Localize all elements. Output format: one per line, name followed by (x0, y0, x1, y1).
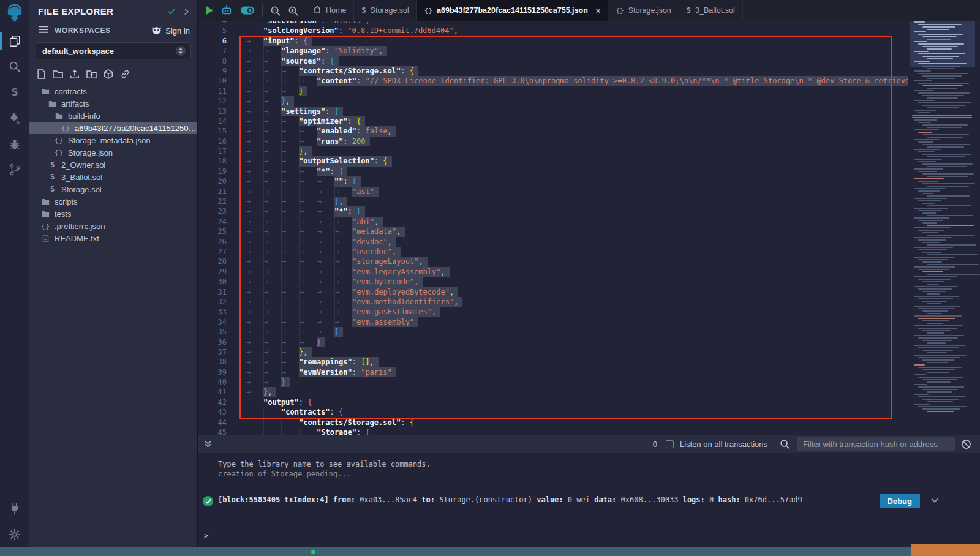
file-tree-item-storage-json[interactable]: {}Storage.json (29, 146, 197, 159)
file-tree-item-contracts[interactable]: contracts (29, 85, 197, 97)
editor-line-text: →→→"optimizer": { (232, 116, 908, 126)
tab-whitespace-marker: → (317, 297, 334, 307)
line-number: 41 (198, 387, 232, 397)
zoom-out-icon[interactable] (270, 6, 281, 16)
code-token: : (343, 177, 352, 186)
tab-whitespace-marker: → (263, 86, 281, 96)
line-number: 10 (198, 76, 232, 86)
editor-line: 40→→} (198, 377, 908, 387)
sidebar-item-git[interactable] (0, 157, 29, 182)
new-file-icon[interactable] (37, 69, 46, 79)
publish-gist-icon[interactable] (104, 69, 113, 79)
line-number: 23 (198, 206, 232, 216)
listen-all-transactions-label[interactable]: Listen on all transactions (680, 440, 767, 449)
workspace-select[interactable]: default_workspace (36, 42, 191, 59)
clear-console-icon[interactable] (961, 439, 971, 449)
editor-line-text: "output": { (232, 397, 908, 407)
file-tree-item-tests[interactable]: tests (29, 208, 197, 220)
close-tab-icon[interactable]: × (596, 6, 601, 15)
terminal-collapse-icon[interactable] (204, 440, 212, 448)
sidebar-item-search[interactable] (0, 54, 29, 80)
sign-in-button[interactable]: Sign in (151, 26, 190, 36)
collapse-panel-chevron-icon[interactable] (183, 8, 190, 15)
code-editor[interactable]: 4"solcVersion": "0.8.19",5"solcLongVersi… (198, 21, 980, 435)
editor-line: 34→→→→→→"evm.assembly" (198, 317, 908, 327)
tab-whitespace-marker: → (263, 126, 281, 136)
link-icon[interactable] (120, 69, 130, 79)
tab-whitespace-marker: → (263, 267, 281, 277)
selection-highlight: "evm.gasEstimates", (352, 307, 440, 317)
sidebar-item-solidity-compiler[interactable]: S (0, 80, 29, 105)
tab-whitespace-marker: → (281, 187, 299, 197)
tab-whitespace-marker: → (246, 347, 263, 357)
remix-logo-icon[interactable] (0, 0, 29, 28)
editor-line: 14→→→"optimizer": { (198, 116, 908, 126)
file-tree-item-a69b43f277ba20fcac141151250ca7-[interactable]: {}a69b43f277ba20fcac141151250ca7... (29, 122, 197, 134)
terminal-output[interactable]: Type the library name to see available c… (198, 453, 980, 547)
minimap-line (927, 381, 951, 383)
tab-home[interactable]: Home (306, 0, 354, 21)
editor-line: 22→→→→→], (198, 197, 908, 206)
sidebar-item-deploy-run[interactable] (0, 105, 29, 131)
transaction-filter-input[interactable] (797, 437, 955, 451)
tab-whitespace-marker: → (246, 76, 263, 86)
tab-whitespace-marker: → (263, 76, 281, 86)
listen-all-transactions-checkbox[interactable] (666, 440, 674, 448)
tab-whitespace-marker: → (299, 247, 317, 257)
upload-folder-icon[interactable] (86, 70, 97, 79)
file-name: scripts (55, 197, 78, 206)
zoom-in-icon[interactable] (288, 6, 298, 16)
selection-highlight: "storageLayout", (352, 257, 428, 266)
line-number: 9 (198, 66, 232, 76)
editor-line: 21→→→→→→"ast" (198, 187, 908, 197)
minimap-line (918, 347, 959, 348)
debug-button[interactable]: Debug (880, 494, 920, 508)
minimap-line (914, 257, 954, 258)
selection-highlight: "devdoc", (352, 237, 396, 247)
tx-expand-chevron-icon[interactable] (930, 495, 940, 505)
run-script-play-button[interactable] (206, 6, 213, 15)
editor-minimap[interactable] (910, 21, 975, 435)
minimap-line (914, 178, 944, 179)
code-token: "metadata" (352, 227, 396, 236)
file-tree-item-3-ballot-sol[interactable]: S3_Ballot.sol (29, 171, 197, 183)
tab-whitespace-marker: → (299, 176, 317, 186)
upload-file-icon[interactable] (70, 69, 80, 79)
sidebar-item-settings[interactable] (0, 522, 29, 547)
tab-whitespace-marker: → (263, 206, 281, 216)
status-orange-badge[interactable] (911, 544, 980, 556)
file-tree-item-build-info[interactable]: build-info (29, 110, 197, 122)
minimap-line (922, 369, 956, 370)
file-tree-item--prettierrc-json[interactable]: {}.prettierrc.json (29, 220, 197, 232)
sidebar-item-plugin-manager[interactable] (0, 496, 29, 522)
file-tree-item-2-owner-sol[interactable]: S2_Owner.sol (29, 159, 197, 171)
file-explorer-icon (8, 34, 21, 48)
tab-a69b43f277ba20fcac141151250ca755-json[interactable]: {}a69b43f277ba20fcac141151250ca755.json× (417, 0, 609, 21)
terminal-prompt[interactable]: > (204, 532, 208, 540)
tab-whitespace-marker: → (281, 267, 299, 277)
file-tree-item-storage-metadata-json[interactable]: {}Storage_metadata.json (29, 134, 197, 146)
transaction-log-row[interactable]: [block:5583405 txIndex:4] from: 0xa03...… (198, 495, 980, 504)
code-token: , (441, 268, 445, 276)
ai-robot-icon[interactable] (221, 4, 233, 17)
ai-toggle-icon[interactable] (240, 6, 255, 15)
tab-storage-json[interactable]: {}Storage.json (608, 0, 679, 21)
minimap-line (914, 217, 949, 219)
minimap-line (918, 141, 933, 143)
new-folder-icon[interactable] (53, 70, 63, 79)
file-tree-item-storage-sol[interactable]: SStorage.sol (29, 183, 197, 195)
line-number: 18 (198, 156, 232, 166)
minimap-line (927, 264, 979, 265)
file-tree-item-scripts[interactable]: scripts (29, 195, 197, 208)
minimap-line (918, 367, 962, 368)
workspaces-menu-icon[interactable] (38, 25, 48, 36)
code-token: , (365, 21, 369, 26)
tab-whitespace-marker: → (263, 146, 281, 156)
tab-3-ballot-sol[interactable]: S3_Ballot.sol (679, 0, 743, 21)
file-tree-item-artifacts[interactable]: artifacts (29, 97, 197, 110)
sidebar-item-debugger[interactable] (0, 131, 29, 157)
minimap-line (927, 78, 956, 79)
file-tree-item-readme-txt[interactable]: README.txt (29, 232, 197, 244)
sidebar-item-file-explorer[interactable] (0, 28, 29, 54)
tab-storage-sol[interactable]: SStorage.sol (354, 0, 417, 21)
